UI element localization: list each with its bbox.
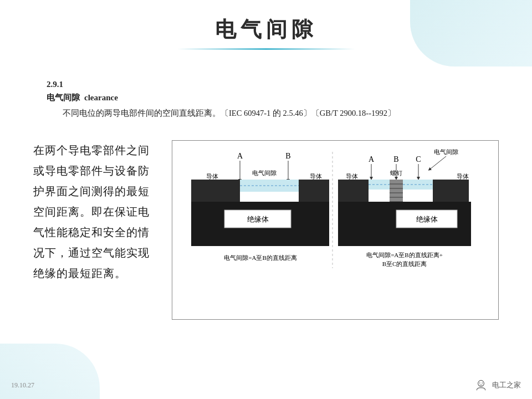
diagram-box: A B 导体 电气间隙 导体 — [172, 140, 499, 320]
main-content: 在两个导电零部件之间或导电零部件与设备防护界面之间测得的最短空间距离。即在保证电… — [33, 140, 499, 320]
diag-right-gap-top-label: 电气间隙 — [434, 149, 458, 155]
diag-right-conductor-right-label: 导体 — [457, 173, 469, 180]
svg-line-2 — [429, 156, 446, 170]
diag-right-conductor-left-label: 导体 — [346, 173, 358, 180]
svg-point-15 — [482, 382, 483, 383]
svg-point-14 — [479, 382, 480, 383]
diag-right-caption-2: B至C的直线距离 — [382, 260, 427, 267]
diag-right-right-block — [433, 180, 469, 202]
definition-description: 不同电位的两导电部件间的空间直线距离。〔IEC 60947-1 的 2.5.46… — [47, 106, 485, 120]
diag-right-screw-label: 螺钉 — [390, 170, 402, 176]
definition-term: 电气间隙clearance — [47, 93, 485, 103]
diag-left-insulator-label: 绝缘体 — [247, 215, 269, 223]
diag-left-block-left — [191, 180, 240, 202]
diag-right-caption-1: 电气间隙=A至B的直线距离+ — [366, 252, 443, 258]
term-chinese: 电气间隙 — [47, 93, 80, 102]
main-text: 在两个导电零部件之间或导电零部件与设备防护界面之间测得的最短空间距离。即在保证电… — [33, 140, 161, 320]
svg-point-13 — [478, 380, 484, 386]
diag-right-insulator-label: 绝缘体 — [416, 215, 438, 223]
header: 电气间隙 — [0, 0, 532, 60]
footer-logo: 电工之家 — [473, 379, 521, 391]
page-wrapper: 电气间隙 2.9.1 电气间隙clearance 不同电位的两导电部件间的空间直… — [0, 0, 532, 399]
definition-number: 2.9.1 — [47, 80, 485, 89]
page-title: 电气间隙 — [0, 16, 532, 44]
diag-left-conductor-left-label: 导体 — [206, 173, 218, 180]
diag-left-gap-label: 电气间隙 — [252, 170, 277, 176]
footer: 19.10.27 电工之家 — [0, 379, 532, 391]
logo-icon — [473, 379, 489, 391]
term-english: clearance — [84, 93, 118, 102]
diag-left-label-A: A — [237, 152, 243, 160]
diagrams-svg: A B 导体 电气间隙 导体 — [178, 146, 493, 313]
diag-right-left-block — [338, 180, 369, 202]
logo-text: 电工之家 — [492, 380, 521, 390]
diag-right-label-B: B — [393, 155, 398, 163]
diag-left-caption: 电气间隙=A至B的直线距离 — [224, 254, 296, 261]
diag-left-conductor-right-label: 导体 — [310, 173, 322, 180]
header-underline — [177, 48, 355, 50]
definition-section: 2.9.1 电气间隙clearance 不同电位的两导电部件间的空间直线距离。〔… — [33, 70, 499, 130]
diag-right-gap-AB — [369, 180, 390, 190]
footer-date: 19.10.27 — [11, 381, 34, 390]
diag-left-block-right — [299, 180, 329, 202]
diag-right-label-A: A — [369, 155, 375, 163]
diag-right-label-C: C — [416, 155, 421, 163]
diag-left-label-B: B — [285, 152, 290, 160]
